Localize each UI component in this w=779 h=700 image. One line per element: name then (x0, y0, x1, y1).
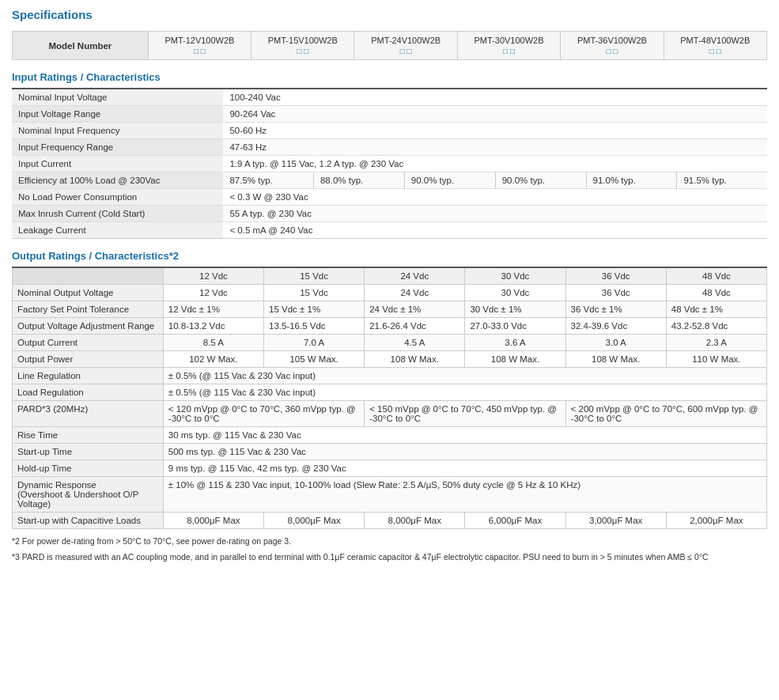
input-spec-table: Nominal Input Voltage 100-240 Vac Input … (12, 88, 767, 239)
row-value-1: 12 Vdc (163, 285, 263, 301)
table-row: Output Voltage Adjustment Range 10.8-13.… (13, 318, 767, 335)
footnotes: *2 For power de-rating from > 50°C to 70… (12, 535, 767, 564)
model-name-1: PMT-12V100W2B (164, 36, 234, 45)
row-value-4: 27.0-33.0 Vdc (465, 318, 565, 335)
row-value: 9 ms typ. @ 115 Vac, 42 ms typ. @ 230 Va… (163, 460, 766, 477)
row-label: Input Current (12, 156, 223, 172)
row-value: ± 0.5% (@ 115 Vac & 230 Vac input) (163, 384, 766, 401)
input-section-title: Input Ratings / Characteristics (12, 71, 767, 83)
row-value: 1.9 A typ. @ 115 Vac, 1.2 A typ. @ 230 V… (223, 156, 767, 172)
row-value: 30 ms typ. @ 115 Vac & 230 Vac (163, 427, 766, 444)
row-value-5: 36 Vdc (565, 285, 666, 301)
row-label: Nominal Output Voltage (13, 285, 164, 301)
model-table: Model Number PMT-12V100W2B □ □ PMT-15V10… (12, 31, 767, 60)
row-value: ± 10% @ 115 & 230 Vac input, 10-100% loa… (163, 477, 766, 513)
row-value-group3: < 200 mVpp @ 0°C to 70°C, 600 mVpp typ. … (565, 401, 766, 427)
row-value: 50-60 Hz (223, 123, 767, 139)
row-value-3: 90.0% typ. (404, 172, 495, 189)
row-label: Nominal Input Voltage (12, 89, 223, 106)
row-value-1: 102 W Max. (163, 351, 263, 368)
output-header-col6: 48 Vdc (666, 267, 766, 285)
page-title: Specifications (12, 8, 767, 21)
row-value-2: 105 W Max. (263, 351, 364, 368)
output-header-col1: 12 Vdc (163, 267, 263, 285)
table-row: No Load Power Consumption < 0.3 W @ 230 … (12, 189, 767, 206)
row-value-4: 30 Vdc (465, 285, 565, 301)
row-label: Output Voltage Adjustment Range (13, 318, 164, 335)
table-row: Start-up Time 500 ms typ. @ 115 Vac & 23… (13, 444, 767, 460)
table-row: Input Frequency Range 47-63 Hz (12, 139, 767, 156)
table-row: Start-up with Capacitive Loads 8,000μF M… (13, 513, 767, 529)
row-value-4: 108 W Max. (465, 351, 565, 368)
row-value: 100-240 Vac (223, 89, 767, 106)
row-value-1: 8,000μF Max (163, 513, 263, 529)
row-value-6: 91.5% typ. (677, 172, 767, 189)
output-header-col3: 24 Vdc (365, 267, 465, 285)
row-label: No Load Power Consumption (12, 189, 223, 206)
table-row: Input Current 1.9 A typ. @ 115 Vac, 1.2 … (12, 156, 767, 172)
row-value-5: 3.0 A (565, 335, 666, 351)
row-value-3: 24 Vdc (365, 285, 465, 301)
model-icon-3: □ □ (361, 47, 450, 55)
row-value-6: 48 Vdc (666, 285, 766, 301)
output-header-row: 12 Vdc 15 Vdc 24 Vdc 30 Vdc 36 Vdc 48 Vd… (13, 267, 767, 285)
row-value-6: 110 W Max. (666, 351, 766, 368)
row-value-3: 8,000μF Max (365, 513, 465, 529)
row-value-2: 7.0 A (263, 335, 364, 351)
row-value: < 0.3 W @ 230 Vac (223, 189, 767, 206)
row-value: 47-63 Hz (223, 139, 767, 156)
row-value-5: 3,000μF Max (565, 513, 666, 529)
row-value-3: 108 W Max. (365, 351, 465, 368)
row-value: ± 0.5% (@ 115 Vac & 230 Vac input) (163, 368, 766, 384)
row-value-1: 10.8-13.2 Vdc (163, 318, 263, 335)
row-value-6: 48 Vdc ± 1% (666, 301, 766, 318)
row-value-group1: < 120 mVpp @ 0°C to 70°C, 360 mVpp typ. … (163, 401, 364, 427)
row-label: Start-up Time (13, 444, 164, 460)
row-value-2: 15 Vdc ± 1% (263, 301, 364, 318)
model-icon-2: □ □ (258, 47, 347, 55)
model-name-6: PMT-48V100W2B (680, 36, 750, 45)
table-row: PARD*3 (20MHz) < 120 mVpp @ 0°C to 70°C,… (13, 401, 767, 427)
model-icon-1: □ □ (155, 47, 244, 55)
table-row: Efficiency at 100% Load @ 230Vac 87.5% t… (12, 172, 767, 189)
model-col-6: PMT-48V100W2B □ □ (664, 32, 766, 60)
row-label: Output Power (13, 351, 164, 368)
row-label: Dynamic Response (Overshoot & Undershoot… (13, 477, 164, 513)
row-label: Input Voltage Range (12, 106, 223, 123)
output-spec-table: 12 Vdc 15 Vdc 24 Vdc 30 Vdc 36 Vdc 48 Vd… (12, 267, 767, 529)
row-label: Start-up with Capacitive Loads (13, 513, 164, 529)
table-row: Leakage Current < 0.5 mA @ 240 Vac (12, 222, 767, 239)
row-label: Max Inrush Current (Cold Start) (12, 206, 223, 222)
output-header-col4: 30 Vdc (465, 267, 565, 285)
model-icon-6: □ □ (671, 47, 760, 55)
model-icon-5: □ □ (567, 47, 656, 55)
row-label: Output Current (13, 335, 164, 351)
table-row: Factory Set Point Tolerance 12 Vdc ± 1% … (13, 301, 767, 318)
footnote-1: *2 For power de-rating from > 50°C to 70… (12, 535, 767, 548)
row-value: < 0.5 mA @ 240 Vac (223, 222, 767, 239)
row-value-5: 36 Vdc ± 1% (565, 301, 666, 318)
row-value-5: 91.0% typ. (586, 172, 677, 189)
model-icon-4: □ □ (464, 47, 554, 55)
table-row: Max Inrush Current (Cold Start) 55 A typ… (12, 206, 767, 222)
table-row: Output Power 102 W Max. 105 W Max. 108 W… (13, 351, 767, 368)
table-row: Nominal Input Voltage 100-240 Vac (12, 89, 767, 106)
row-label: PARD*3 (20MHz) (13, 401, 164, 427)
row-value-1: 87.5% typ. (223, 172, 313, 189)
table-row: Nominal Output Voltage 12 Vdc 15 Vdc 24 … (13, 285, 767, 301)
model-label: Model Number (13, 32, 149, 60)
row-value-group2: < 150 mVpp @ 0°C to 70°C, 450 mVpp typ. … (365, 401, 565, 427)
row-value-3: 4.5 A (365, 335, 465, 351)
output-header-col5: 36 Vdc (565, 267, 666, 285)
row-label: Leakage Current (12, 222, 223, 239)
model-col-4: PMT-30V100W2B □ □ (457, 32, 560, 60)
table-row: Input Voltage Range 90-264 Vac (12, 106, 767, 123)
row-value-6: 2.3 A (666, 335, 766, 351)
table-row: Load Regulation ± 0.5% (@ 115 Vac & 230 … (13, 384, 767, 401)
table-row: Output Current 8.5 A 7.0 A 4.5 A 3.6 A 3… (13, 335, 767, 351)
row-label: Efficiency at 100% Load @ 230Vac (12, 172, 223, 189)
row-label: Factory Set Point Tolerance (13, 301, 164, 318)
row-value-2: 13.5-16.5 Vdc (263, 318, 364, 335)
row-label: Line Regulation (13, 368, 164, 384)
table-row: Hold-up Time 9 ms typ. @ 115 Vac, 42 ms … (13, 460, 767, 477)
